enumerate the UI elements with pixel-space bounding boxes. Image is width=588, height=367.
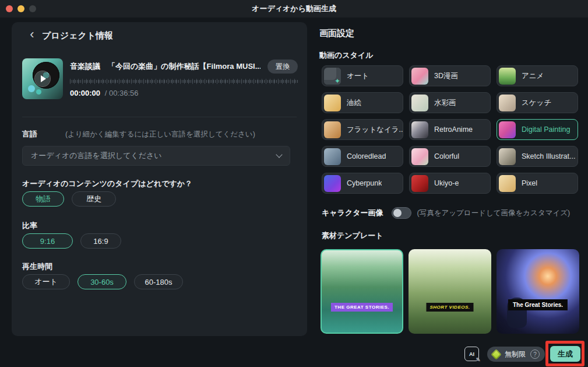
ratio-options: 9:16 16:9 [22, 233, 121, 249]
language-label: 言語 [22, 129, 37, 139]
duration-60-180-chip[interactable]: 60-180s [134, 274, 183, 289]
section-divider [22, 117, 297, 117]
ratio-9-16-chip[interactable]: 9:16 [22, 233, 73, 249]
gem-diamond-icon [491, 349, 501, 359]
zoom-window-button-disabled [29, 5, 36, 12]
audio-title: 音楽談議 「今回の楽曲」の制作秘話【Filmora MUSI... [70, 61, 260, 72]
character-image-hint: (写真をアップロードして画像をカスタマイズ) [417, 208, 571, 218]
style-option-sketch-illustration[interactable]: Sketch Illustrat... [497, 146, 578, 167]
replace-button[interactable]: 置換 [267, 60, 298, 74]
watercolor-thumb [411, 95, 428, 111]
ukiyo-e-thumb [411, 175, 428, 192]
content-type-options: 物語 歴史 [22, 191, 116, 207]
sketch-thumb [499, 95, 516, 111]
style-option-3d-manga[interactable]: 3D漫画 [409, 65, 491, 86]
character-image-label: キャラクター画像 [322, 208, 383, 218]
style-option-pixel[interactable]: Pixel [497, 173, 578, 194]
auto-magic-wand-thumb: ✦ [324, 68, 341, 85]
oil-painting-thumb [324, 95, 341, 111]
duration-options: オート 30-60s 60-180s [22, 274, 183, 289]
audio-waveform[interactable] [70, 79, 298, 84]
language-hint: (より細かく編集するには正しい言語を選択してください) [65, 130, 255, 139]
content-type-question: オーディオのコンテンツのタイプはどれですか？ [22, 179, 192, 189]
style-option-sketch[interactable]: スケッチ [497, 92, 578, 113]
style-option-retro-anime[interactable]: RetroAnime [409, 119, 491, 140]
pixel-thumb [499, 175, 516, 192]
ratio-label: 比率 [22, 221, 37, 231]
content-type-story-chip[interactable]: 物語 [22, 191, 64, 207]
character-image-row: キャラクター画像 (写真をアップロードして画像をカスタマイズ) [322, 207, 570, 219]
traffic-lights [6, 5, 36, 12]
style-option-oil-painting[interactable]: 油絵 [322, 92, 403, 113]
video-style-label: 動画のスタイル [319, 50, 374, 61]
template-card-short-videos[interactable]: SHORT VIDEOS. [409, 249, 491, 334]
total-time: / 00:36:56 [105, 89, 139, 97]
template-grid: THE GREAT STORIES. SHORT VIDEOS. The Gre… [321, 249, 579, 334]
screen-settings-title: 画面設定 [319, 28, 354, 39]
play-icon [41, 75, 46, 82]
credits-pill[interactable]: 無制限 ? [487, 347, 545, 362]
help-question-icon[interactable]: ? [530, 349, 540, 359]
audio-info: 音楽談議 「今回の楽曲」の制作秘話【Filmora MUSI... 置換 00:… [70, 60, 298, 97]
template-card-great-stories-jungle[interactable]: THE GREAT STORIES. [321, 249, 403, 334]
style-option-ukiyo-e[interactable]: Ukiyo-e [409, 173, 491, 194]
style-option-cyberpunk[interactable]: Cyberpunk [322, 173, 403, 194]
content-type-history-chip[interactable]: 歴史 [72, 191, 116, 207]
back-chevron-icon[interactable]: ‹ [26, 29, 38, 41]
template-card-great-stories-galaxy[interactable]: The Great Stories. [497, 249, 579, 334]
duration-30-60-chip[interactable]: 30-60s [78, 274, 126, 289]
template-caption: SHORT VIDEOS. [426, 303, 473, 312]
project-info-panel: ‹ プロジェクト情報 音楽談議 「今回の楽曲」の制作秘話【Filmora MUS… [12, 22, 307, 336]
cyberpunk-thumb [324, 175, 341, 192]
retro-anime-thumb [411, 121, 428, 138]
duration-auto-chip[interactable]: オート [22, 274, 70, 289]
audio-time: 00:00:00 / 00:36:56 [70, 89, 298, 97]
style-option-watercolor[interactable]: 水彩画 [409, 92, 491, 113]
video-style-grid: ✦ オート 3D漫画 アニメ 油絵 水彩画 スケッチ フラットなイラ... Re… [322, 65, 578, 194]
title-bar: オーディオから動画生成 [0, 0, 588, 18]
anime-thumb [499, 68, 516, 85]
close-window-button[interactable] [6, 5, 13, 12]
chevron-down-icon [276, 151, 282, 158]
style-option-flat-illustration[interactable]: フラットなイラ... [322, 119, 403, 140]
generate-button[interactable]: 生成 [550, 346, 580, 362]
colored-lead-thumb [324, 148, 341, 165]
language-dropdown-value: オーディオの言語を選択してください [31, 151, 277, 161]
style-option-colorful[interactable]: Colorful [409, 146, 491, 167]
ratio-16-9-chip[interactable]: 16:9 [80, 233, 121, 249]
ai-tools-button[interactable]: AI ✎ [464, 347, 479, 361]
3d-manga-thumb [411, 68, 428, 85]
toggle-knob [393, 209, 402, 217]
flat-illustration-thumb [324, 121, 341, 138]
pen-icon: ✎ [476, 356, 481, 363]
audio-thumbnail[interactable] [22, 58, 63, 99]
window-title: オーディオから動画生成 [252, 4, 336, 14]
colorful-thumb [411, 148, 428, 165]
style-option-anime[interactable]: アニメ [497, 65, 578, 86]
audio-to-video-window: { "window": { "title": "オーディオから動画生成" }, … [0, 0, 588, 367]
digital-painting-thumb [499, 121, 516, 138]
template-caption: THE GREAT STORIES. [331, 303, 393, 312]
language-dropdown[interactable]: オーディオの言語を選択してください [22, 146, 290, 166]
current-time: 00:00:00 [70, 89, 100, 97]
music-note-icon-small [36, 89, 41, 95]
minimize-window-button[interactable] [17, 5, 24, 12]
style-option-digital-painting[interactable]: Digital Painting [497, 119, 578, 140]
play-button[interactable] [35, 71, 50, 86]
project-info-title: プロジェクト情報 [42, 30, 113, 41]
style-option-colored-lead[interactable]: Coloredlead [322, 146, 403, 167]
ai-icon: AI [469, 351, 474, 357]
style-option-auto[interactable]: ✦ オート [322, 65, 403, 86]
template-caption: The Great Stories. [508, 299, 568, 310]
sketch-illustration-thumb [499, 148, 516, 165]
material-template-label: 素材テンプレート [322, 230, 383, 241]
character-image-toggle[interactable] [392, 207, 411, 219]
music-note-icon [28, 85, 35, 92]
duration-label: 再生時間 [22, 261, 52, 272]
credits-label: 無制限 [505, 349, 526, 359]
